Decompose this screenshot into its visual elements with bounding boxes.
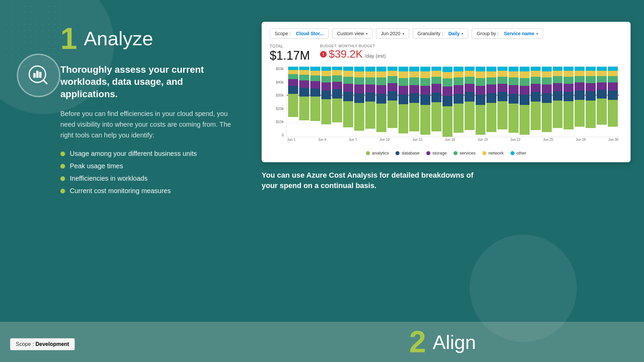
caption-text: You can use Azure Cost Analysis for deta… (262, 170, 490, 191)
legend-dot-other (511, 151, 515, 155)
bar-group-27 (586, 67, 596, 137)
granularity-label: Granularity : (418, 31, 443, 36)
bar-segment-other (354, 67, 364, 71)
bar-segment-storage (288, 79, 298, 86)
legend-label-network: network (488, 150, 504, 156)
groupby-button[interactable]: Group by : Service name ▾ (472, 28, 543, 39)
bar-segment-services (542, 77, 552, 85)
bullet-text-2: Peak usage times (70, 162, 123, 170)
bar-segment-database (453, 94, 464, 104)
bar-segment-database (409, 93, 419, 103)
bar-segment-network (288, 70, 298, 74)
bar-group-12 (420, 67, 430, 137)
bar-group-29 (608, 67, 618, 137)
bar-segment-services (387, 76, 397, 83)
bar-segment-storage (497, 84, 507, 92)
bar-segment-network (453, 71, 464, 77)
custom-view-chevron: ▾ (366, 32, 368, 36)
legend-label-other: other (517, 150, 527, 156)
bar-segment-database (575, 90, 585, 100)
bar-segment-analytics (442, 106, 452, 137)
bar-segment-other (453, 67, 464, 71)
bullet-item-3: Inefficiencies in workloads (60, 175, 235, 182)
bar-segment-storage (608, 82, 618, 90)
bar-segment-other (486, 67, 496, 71)
bar-segment-analytics (508, 104, 519, 133)
custom-view-button[interactable]: Custom view ▾ (332, 28, 373, 39)
bar-group-7 (365, 67, 375, 137)
bar-segment-other (387, 67, 397, 71)
bar-segment-storage (465, 84, 475, 92)
y-axis: $50k $40k $30k $20k $10k 0 (270, 67, 286, 137)
bar-segment-storage (564, 84, 574, 92)
bar-segment-services (354, 77, 364, 85)
bar-segment-database (442, 96, 452, 107)
bar-segment-other (332, 67, 342, 70)
bar-segment-services (288, 74, 298, 79)
bar-group-14 (442, 67, 452, 137)
bar-segment-database (310, 88, 320, 97)
bar-segment-services (398, 78, 409, 86)
bar-segment-analytics (608, 100, 618, 127)
scope-label: Scope : (275, 31, 290, 36)
legend-dot-database (395, 151, 399, 155)
bar-segment-analytics (542, 103, 552, 132)
bar-segment-other (465, 67, 475, 71)
scope-badge-label: Scope : (16, 341, 36, 347)
bar-segment-analytics (486, 103, 496, 132)
bar-segment-network (431, 71, 441, 77)
bar-segment-storage (398, 86, 409, 95)
bar-segment-services (343, 77, 353, 84)
bar-segment-storage (597, 82, 607, 90)
budget-per-day: /day (est) (365, 53, 386, 60)
scope-value: Cloud Stor... (296, 31, 323, 36)
bar-segment-storage (520, 86, 530, 95)
bar-segment-services (310, 75, 320, 81)
bullet-text-1: Usage among your different business unit… (70, 150, 197, 158)
bar-group-24 (553, 67, 563, 137)
legend-label-services: services (460, 150, 476, 156)
bar-segment-database (531, 92, 541, 102)
bar-group-0 (288, 67, 298, 137)
bar-segment-network (553, 71, 563, 76)
bar-segment-storage (376, 85, 386, 94)
scope-button[interactable]: Scope : Cloud Stor... (270, 28, 329, 39)
bar-segment-network (332, 70, 342, 75)
bar-segment-analytics (398, 104, 409, 133)
granularity-button[interactable]: Granularity : Daily ▾ (413, 28, 469, 39)
bar-group-4 (332, 67, 342, 137)
scope-badge[interactable]: Scope : Development (10, 338, 75, 350)
legend-label-storage: storage (432, 150, 447, 156)
bar-segment-other (420, 67, 430, 71)
x-label-0: Jun 1 (287, 138, 295, 147)
bullet-text-4: Current cost monitoring measures (70, 187, 171, 195)
bar-segment-network (542, 71, 552, 77)
bar-segment-analytics (553, 101, 563, 128)
y-label-10k: $10k (276, 120, 284, 124)
bar-segment-other (597, 67, 607, 71)
chart-card: Scope : Cloud Stor... Custom view ▾ Jun … (262, 22, 631, 162)
bar-segment-database (497, 92, 507, 101)
bar-segment-database (332, 89, 342, 99)
bar-segment-database (476, 95, 486, 105)
bar-group-1 (299, 67, 309, 137)
y-label-20k: $20k (276, 107, 284, 111)
next-step-number: 2 (409, 327, 426, 357)
bar-segment-storage (508, 85, 519, 94)
date-button[interactable]: Jun 2020 ▾ (376, 28, 409, 39)
budget-section: BUDGET: MONTHLY BUDGET ! $39.2K /day (es… (320, 44, 386, 60)
custom-view-label: Custom view (337, 31, 364, 36)
bar-group-19 (497, 67, 507, 137)
bar-segment-other (398, 67, 409, 71)
bar-group-3 (321, 67, 331, 137)
bar-segment-services (564, 77, 574, 84)
bar-segment-services (299, 75, 309, 81)
bullet-dot-3 (60, 176, 65, 181)
bar-segment-services (508, 77, 519, 85)
bar-segment-storage (310, 81, 320, 88)
bar-segment-storage (387, 83, 397, 91)
bar-segment-network (376, 71, 386, 77)
bar-segment-network (531, 71, 541, 77)
bar-segment-services (376, 77, 386, 85)
groupby-chevron: ▾ (536, 32, 538, 36)
